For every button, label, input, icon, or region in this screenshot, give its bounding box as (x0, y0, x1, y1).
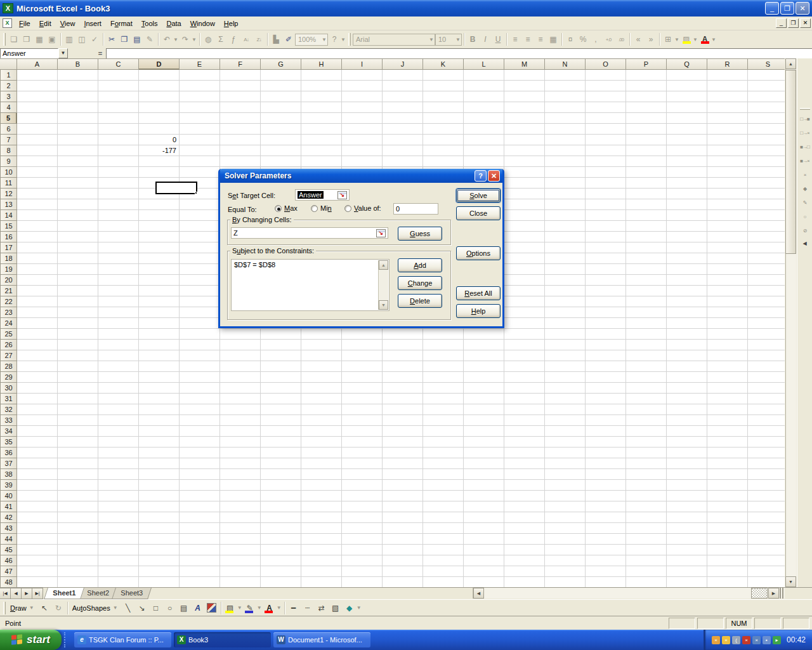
scroll-down-icon[interactable]: ▼ (379, 300, 388, 310)
column-header-l[interactable]: L (464, 58, 504, 70)
free-rotate-icon[interactable]: ↻ (51, 602, 65, 614)
text-box-icon[interactable]: ▤ (177, 602, 191, 614)
font-size-combo[interactable]: 10 ▼ (435, 34, 462, 46)
max-radio[interactable]: Max (275, 204, 298, 212)
draw-menu[interactable]: Draw ▼ (8, 603, 37, 613)
scroll-up-icon[interactable]: ▲ (379, 260, 388, 270)
new-comment-icon[interactable]: ✎ (799, 196, 811, 209)
trace-dependents-icon[interactable]: ■→□ (799, 140, 811, 153)
decrease-indent-icon[interactable]: « (632, 33, 645, 46)
column-header-d[interactable]: D (139, 58, 180, 70)
next-sheet-icon[interactable]: ▶ (22, 588, 32, 599)
taskbar-task-tsgk[interactable]: eTSGK Clan Forum :: P... (74, 632, 171, 647)
edit-formula-button[interactable]: = (95, 50, 106, 57)
row-header-45[interactable]: 45 (0, 545, 17, 555)
font-color-dropdown-icon[interactable]: ▼ (711, 37, 717, 43)
select-all-corner[interactable] (0, 58, 17, 70)
lan-icon[interactable]: ▪ (763, 636, 771, 644)
workbook-minimize-button[interactable]: _ (776, 18, 787, 28)
trace-precedents-icon[interactable]: □→■ (799, 112, 811, 125)
column-header-k[interactable]: K (423, 58, 464, 70)
target-cell-field[interactable]: Answer ↘ (295, 189, 350, 201)
row-header-28[interactable]: 28 (0, 361, 17, 372)
remove-dependent-arrows-icon[interactable]: ■→× (799, 154, 811, 167)
comma-icon[interactable]: , (589, 33, 602, 46)
drawing-toggle-icon[interactable]: ✐ (282, 33, 295, 46)
italic-icon[interactable]: I (479, 33, 492, 46)
menu-insert[interactable]: Insert (79, 18, 106, 29)
spelling-icon[interactable]: ✓ (88, 33, 101, 46)
column-header-i[interactable]: I (342, 58, 383, 70)
auditing-toolbar-grip[interactable] (800, 108, 810, 110)
row-header-16[interactable]: 16 (0, 232, 17, 242)
column-header-g[interactable]: G (261, 58, 301, 70)
column-header-b[interactable]: B (58, 58, 98, 70)
row-header-23[interactable]: 23 (0, 307, 17, 318)
permission-icon[interactable]: ▣ (46, 33, 58, 46)
removable-device-icon[interactable]: ▸ (773, 636, 781, 644)
remove-precedent-arrows-icon[interactable]: □→× (799, 126, 811, 139)
workbook-close-button[interactable]: ✕ (800, 18, 811, 28)
changing-cells-field[interactable]: Z ↘ (231, 227, 388, 239)
autoshapes-menu[interactable]: AutoShapes ▼ (70, 603, 121, 613)
value-of-field[interactable]: 0 (393, 203, 438, 215)
horizontal-scroll-thumb[interactable] (751, 588, 768, 599)
3d-icon[interactable]: ◆ (343, 602, 357, 614)
selected-cell-d5[interactable] (155, 182, 197, 194)
drawing-grip[interactable] (3, 602, 6, 614)
fill-color-icon[interactable]: ▨ (223, 602, 237, 614)
remove-all-arrows-icon[interactable]: × (799, 168, 811, 181)
size-dropdown-icon[interactable]: ▼ (455, 37, 461, 43)
horizontal-scrollbar[interactable] (473, 588, 785, 599)
column-header-q[interactable]: Q (667, 58, 707, 70)
menu-window[interactable]: Window (186, 18, 219, 29)
row-header-25[interactable]: 25 (0, 329, 17, 340)
row-header-26[interactable]: 26 (0, 340, 17, 350)
reset-all-button[interactable]: Reset All (456, 286, 501, 300)
row-header-27[interactable]: 27 (0, 350, 17, 361)
row-header-19[interactable]: 19 (0, 264, 17, 275)
row-header-44[interactable]: 44 (0, 534, 17, 545)
open-icon[interactable]: ❒ (20, 33, 33, 46)
row-header-36[interactable]: 36 (0, 448, 17, 458)
menu-view[interactable]: View (56, 18, 80, 29)
menu-format[interactable]: Format (106, 18, 137, 29)
clear-validation-circles-icon[interactable]: ⊘ (799, 224, 811, 237)
column-header-c[interactable]: C (98, 58, 139, 70)
paste-icon[interactable]: ▤ (131, 33, 143, 46)
solve-button[interactable]: Solve (456, 189, 501, 202)
oval-icon[interactable]: ○ (163, 602, 177, 614)
first-sheet-icon[interactable]: |◀ (0, 588, 11, 599)
modem-icon[interactable]: ( (732, 636, 740, 644)
row-header-30[interactable]: 30 (0, 383, 17, 394)
redo-dropdown-icon[interactable]: ▼ (192, 37, 197, 43)
taskbar-task-document1[interactable]: WDocument1 - Microsof... (273, 632, 370, 647)
connection-error-icon[interactable]: × (712, 636, 720, 644)
row-header-22[interactable]: 22 (0, 296, 17, 307)
scroll-right-icon[interactable]: ▶ (768, 588, 779, 599)
select-objects-icon[interactable]: ↖ (37, 602, 51, 614)
font-dropdown-icon[interactable]: ▼ (429, 37, 435, 43)
row-header-20[interactable]: 20 (0, 275, 17, 286)
3d-dropdown-icon[interactable]: ▼ (357, 605, 362, 611)
column-header-m[interactable]: M (504, 58, 545, 70)
menu-file[interactable]: File (15, 18, 35, 29)
column-header-s[interactable]: S (748, 58, 785, 70)
delete-button[interactable]: Delete (398, 294, 442, 308)
column-header-f[interactable]: F (220, 58, 261, 70)
last-sheet-icon[interactable]: ▶| (32, 588, 43, 599)
options-button[interactable]: Options (456, 246, 501, 260)
row-header-29[interactable]: 29 (0, 372, 17, 383)
row-header-10[interactable]: 10 (0, 167, 17, 178)
minimize-button[interactable]: _ (765, 2, 779, 15)
percent-icon[interactable]: % (577, 33, 589, 46)
close-button[interactable]: ✕ (796, 2, 809, 15)
prev-sheet-icon[interactable]: ◀ (11, 588, 22, 599)
row-header-34[interactable]: 34 (0, 426, 17, 437)
formatting-grip[interactable] (348, 33, 351, 46)
close-dialog-button[interactable]: Close (456, 206, 501, 220)
fill-color-dropdown-icon[interactable]: ▼ (237, 605, 243, 611)
tab-split-handle[interactable] (780, 588, 783, 599)
undo-icon[interactable]: ↶ (160, 33, 173, 46)
autosum-icon[interactable]: Σ (214, 33, 227, 46)
